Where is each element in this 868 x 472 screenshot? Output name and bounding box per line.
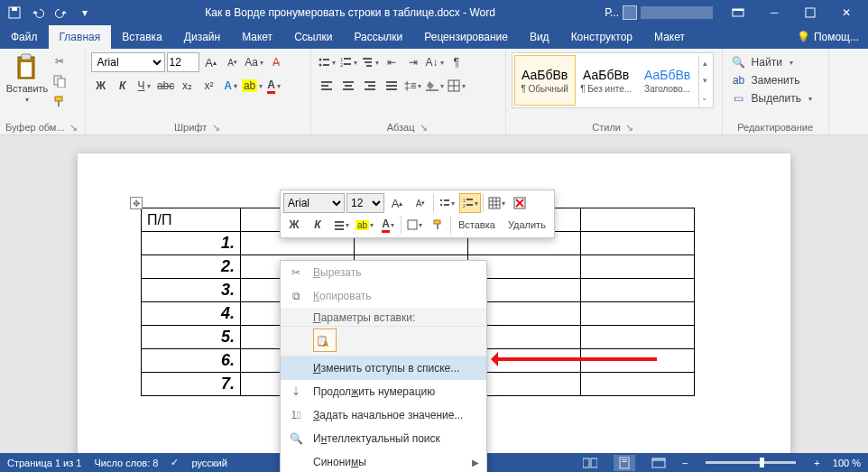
zoom-in[interactable]: + [814, 458, 819, 468]
view-read-mode[interactable] [579, 455, 601, 471]
shrink-font-button[interactable]: A▾ [223, 52, 243, 72]
tab-home[interactable]: Главная [49, 25, 112, 49]
redo-button[interactable] [51, 2, 72, 23]
view-print-layout[interactable] [614, 455, 635, 471]
table-move-handle[interactable]: ✥ [130, 197, 143, 209]
mini-table-delete[interactable] [509, 193, 531, 213]
status-words[interactable]: Число слов: 8 [94, 458, 158, 468]
menu-continue-numbering[interactable]: ⇣Продолжить нумерацию [281, 380, 486, 403]
status-proofing[interactable]: ✓ [171, 457, 179, 468]
increase-indent-button[interactable]: ⇥ [403, 52, 423, 72]
tab-references[interactable]: Ссылки [283, 25, 343, 49]
tab-mailings[interactable]: Рассылки [343, 25, 413, 49]
tab-layout[interactable]: Макет [231, 25, 283, 49]
ribbon-display-button[interactable] [720, 6, 756, 19]
minimize-button[interactable]: ─ [756, 0, 792, 25]
status-language[interactable]: русский [191, 458, 226, 468]
grow-font-button[interactable]: A▴ [201, 52, 221, 72]
mini-font-name[interactable]: Arial [283, 193, 345, 213]
bold-button[interactable]: Ж [91, 76, 111, 96]
style-no-spacing[interactable]: АаБбВв¶ Без инте... [576, 55, 637, 106]
qat-customize-button[interactable]: ▾ [74, 2, 96, 23]
font-color-button[interactable]: A [264, 76, 284, 96]
tab-review[interactable]: Рецензирование [413, 25, 519, 49]
clear-formatting-button[interactable]: A̶ [266, 52, 286, 72]
highlight-button[interactable]: ab [243, 76, 263, 96]
menu-synonyms[interactable]: Синонимы▶ [281, 450, 486, 472]
mini-numbering[interactable]: 12 [459, 193, 481, 213]
justify-button[interactable] [382, 76, 402, 96]
mini-format-painter[interactable] [427, 215, 448, 235]
mini-borders[interactable] [403, 215, 425, 235]
mini-highlight[interactable]: ab [354, 215, 375, 235]
tell-me[interactable]: 💡Помощ... [788, 25, 868, 49]
mini-table-insert[interactable] [485, 193, 507, 213]
dialog-launcher-icon[interactable]: ↘ [624, 122, 635, 133]
sort-button[interactable]: A↓ [425, 52, 445, 72]
borders-button[interactable] [447, 76, 466, 96]
tab-view[interactable]: Вид [519, 25, 560, 49]
dialog-launcher-icon[interactable]: ↘ [69, 122, 79, 133]
mini-bold[interactable]: Ж [283, 215, 305, 235]
maximize-button[interactable] [792, 0, 828, 25]
mini-font-size[interactable]: 12 [346, 193, 384, 213]
underline-button[interactable]: Ч [134, 76, 154, 96]
font-size-input[interactable] [167, 52, 199, 72]
mini-font-color[interactable]: A [377, 215, 399, 235]
zoom-slider[interactable] [706, 461, 796, 464]
zoom-level[interactable]: 100 % [833, 458, 861, 468]
paste-text-only[interactable]: 📋A [313, 329, 337, 352]
status-page[interactable]: Страница 1 из 1 [7, 458, 81, 468]
subscript-button[interactable]: x₂ [178, 76, 198, 96]
find-button[interactable]: 🔍Найти▾ [728, 54, 816, 70]
tab-insert[interactable]: Вставка [111, 25, 173, 49]
style-heading1[interactable]: АаБбВвЗаголово... [637, 55, 698, 106]
undo-button[interactable] [27, 2, 49, 23]
menu-change-list-indent[interactable]: Изменить отступы в списке... [281, 356, 486, 380]
align-left-button[interactable] [317, 76, 337, 96]
zoom-out[interactable]: − [682, 458, 688, 468]
shading-button[interactable] [425, 76, 445, 96]
dialog-launcher-icon[interactable]: ↘ [419, 122, 429, 133]
mini-bullets[interactable] [436, 193, 457, 213]
superscript-button[interactable]: x² [199, 76, 219, 96]
menu-copy[interactable]: ⧉Копировать [281, 284, 486, 308]
mini-underline[interactable] [330, 215, 352, 235]
mini-grow-font[interactable]: A▴ [386, 193, 408, 213]
menu-set-start-value[interactable]: 1⃞Задать начальное значение... [281, 403, 486, 427]
strike-button[interactable]: abc [156, 76, 176, 96]
tab-design[interactable]: Дизайн [173, 25, 231, 49]
multilevel-list-button[interactable] [360, 52, 380, 72]
tab-table-design[interactable]: Конструктор [560, 25, 643, 49]
line-spacing-button[interactable]: ‡≡ [403, 76, 423, 96]
font-name-select[interactable]: Arial [91, 52, 165, 72]
mini-shrink-font[interactable]: A▾ [410, 193, 431, 213]
tab-table-layout[interactable]: Макет [643, 25, 696, 49]
menu-cut[interactable]: ✂Вырезать [281, 261, 486, 284]
align-center-button[interactable] [338, 76, 358, 96]
styles-scroll[interactable]: ▴▾⌄ [698, 55, 711, 106]
align-right-button[interactable] [360, 76, 380, 96]
change-case-button[interactable]: Aa [245, 52, 264, 72]
numbering-button[interactable]: 12 [338, 52, 358, 72]
mini-insert-label[interactable]: Вставка [453, 215, 501, 235]
tab-file[interactable]: Файл [0, 25, 49, 49]
view-web-layout[interactable] [648, 455, 669, 471]
close-button[interactable]: ✕ [828, 0, 864, 25]
header-cell[interactable]: П/П [142, 208, 241, 232]
show-marks-button[interactable]: ¶ [447, 52, 466, 72]
replace-button[interactable]: abЗаменить [728, 72, 816, 88]
styles-gallery[interactable]: АаБбВв¶ Обычный АаБбВв¶ Без инте... АаБб… [512, 52, 714, 108]
text-effects-button[interactable]: A [221, 76, 241, 96]
style-normal[interactable]: АаБбВв¶ Обычный [514, 55, 576, 106]
select-button[interactable]: ▭Выделить▾ [728, 90, 816, 106]
italic-button[interactable]: К [113, 76, 133, 96]
bullets-button[interactable] [317, 52, 337, 72]
format-painter-button[interactable] [51, 92, 69, 110]
paste-button[interactable]: Вставить ▾ [5, 52, 49, 104]
menu-smart-lookup[interactable]: 🔍Интеллектуальный поиск [281, 427, 486, 450]
save-button[interactable] [4, 2, 25, 23]
copy-button[interactable] [51, 72, 69, 90]
dialog-launcher-icon[interactable]: ↘ [210, 122, 221, 133]
account-control[interactable]: Р... [605, 5, 713, 20]
